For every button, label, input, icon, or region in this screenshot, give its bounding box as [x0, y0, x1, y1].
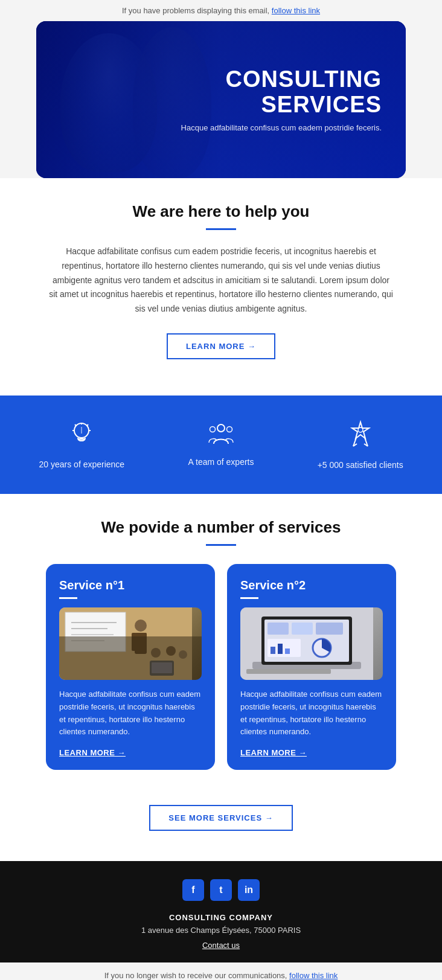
svg-rect-31	[150, 661, 174, 676]
svg-point-11	[227, 426, 232, 432]
svg-rect-41	[271, 647, 275, 654]
svg-line-4	[75, 424, 77, 426]
footer-company: CONSULTING COMPANY	[12, 913, 430, 922]
linkedin-icon[interactable]: in	[238, 879, 260, 901]
see-more-section: SEE MORE SERVICES →	[36, 788, 406, 831]
section-help: We are here to help you Hacque adfabilit…	[0, 178, 442, 377]
svg-line-5	[87, 424, 89, 426]
svg-rect-43	[285, 649, 290, 654]
service-2-link[interactable]: LEARN MORE →	[240, 748, 307, 757]
footer-address: 1 avenue des Champs Élysées, 75000 PARIS	[12, 926, 430, 935]
footer-contact: Contact us	[12, 940, 430, 950]
bottom-bar: If you no longer wish to receive our com…	[0, 962, 442, 980]
facebook-icon[interactable]: f	[182, 879, 204, 901]
svg-point-29	[166, 646, 176, 656]
topbar-link[interactable]: follow this link	[272, 6, 320, 15]
svg-rect-38	[292, 623, 313, 635]
services-title: We povide a number of services	[36, 518, 406, 537]
service-card-1: Service n°1	[46, 564, 215, 770]
lightbulb-icon	[12, 420, 152, 452]
footer-social: f t in	[12, 879, 430, 901]
hero-subtitle: Hacque adfabilitate confisus cum eadem p…	[181, 123, 382, 132]
hero-title: CONSULTING SERVICES	[181, 67, 382, 118]
stat-experience: 20 years of experience	[12, 420, 152, 469]
team-icon	[152, 423, 291, 450]
bottombar-link[interactable]: follow this link	[289, 971, 338, 980]
svg-rect-25	[135, 633, 147, 654]
stat-team-label: A team of experts	[152, 457, 291, 467]
service-2-image	[240, 607, 383, 680]
svg-point-30	[179, 650, 187, 659]
award-icon	[290, 420, 430, 453]
service-2-body: Hacque adfabilitate confisus cum eadem p…	[240, 688, 383, 738]
contact-link[interactable]: Contact us	[202, 941, 240, 950]
service-2-divider	[240, 597, 258, 599]
main-content: We are here to help you Hacque adfabilit…	[0, 178, 442, 980]
title-divider	[206, 228, 236, 230]
hero-section: CONSULTING SERVICES Hacque adfabilitate …	[36, 21, 406, 178]
svg-rect-39	[316, 623, 343, 635]
service-1-link[interactable]: LEARN MORE →	[59, 748, 126, 757]
bottombar-text: If you no longer wish to receive our com…	[104, 971, 287, 980]
svg-rect-27	[142, 633, 147, 651]
service-1-image	[59, 607, 202, 680]
stat-clients: +5 000 satisfied clients	[290, 420, 430, 470]
stat-experience-label: 20 years of experience	[12, 460, 152, 469]
services-grid: Service n°1	[36, 564, 406, 770]
service-2-title: Service n°2	[240, 578, 383, 592]
stat-clients-label: +5 000 satisfied clients	[290, 460, 430, 470]
svg-marker-12	[352, 422, 369, 438]
svg-point-28	[151, 648, 161, 658]
service-1-divider	[59, 597, 77, 599]
see-more-button[interactable]: SEE MORE SERVICES →	[149, 805, 292, 831]
svg-rect-37	[267, 623, 289, 635]
service-1-body: Hacque adfabilitate confisus cum eadem p…	[59, 688, 202, 738]
services-divider	[206, 544, 236, 546]
svg-rect-42	[278, 644, 283, 654]
help-title: We are here to help you	[48, 202, 394, 221]
hero-overlay: CONSULTING SERVICES Hacque adfabilitate …	[36, 21, 406, 178]
footer: f t in CONSULTING COMPANY 1 avenue des C…	[0, 861, 442, 962]
svg-point-17	[358, 428, 363, 432]
topbar-text: If you have problems displaying this ema…	[122, 6, 269, 15]
svg-rect-19	[65, 612, 126, 652]
help-body: Hacque adfabilitate confisus cum eadem p…	[48, 245, 394, 316]
top-bar: If you have problems displaying this ema…	[0, 0, 442, 21]
section-services: We povide a number of services Service n…	[0, 494, 442, 861]
svg-point-9	[217, 424, 225, 432]
svg-point-24	[135, 620, 147, 632]
hero-text-block: CONSULTING SERVICES Hacque adfabilitate …	[181, 67, 382, 133]
service-card-2: Service n°2	[227, 564, 396, 770]
stats-bar: 20 years of experience A team of experts	[0, 396, 442, 494]
twitter-icon[interactable]: t	[210, 879, 232, 901]
svg-rect-32	[152, 662, 172, 673]
svg-rect-26	[132, 633, 136, 651]
stat-team: A team of experts	[152, 423, 291, 467]
service-1-title: Service n°1	[59, 578, 202, 592]
learn-more-button[interactable]: LEARN MORE →	[167, 333, 275, 359]
svg-point-10	[210, 426, 216, 432]
